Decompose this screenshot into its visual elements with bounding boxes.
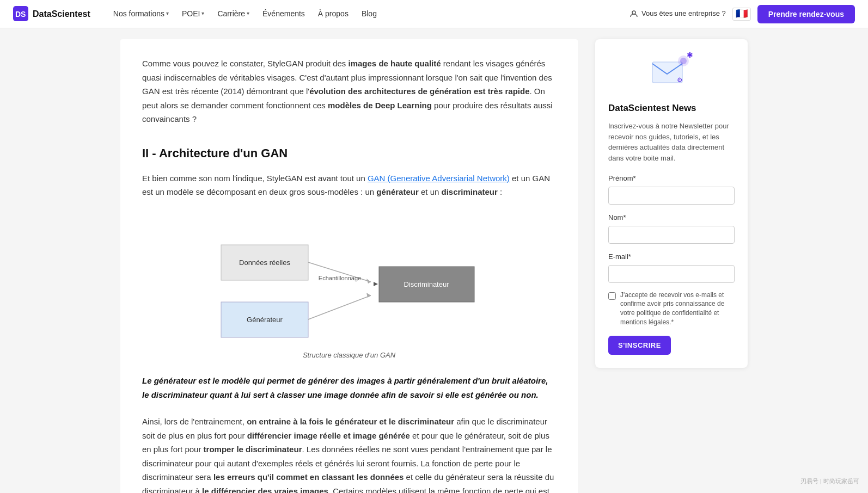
watermark: 刃易号 | 时尚玩家岳可 [800, 477, 859, 486]
diagram-wrapper: Données réelles Générateur Discriminateu… [142, 212, 556, 361]
email-input[interactable] [608, 265, 735, 283]
svg-text:Discriminateur: Discriminateur [404, 280, 449, 288]
svg-text:Echantillonnage: Echantillonnage [319, 275, 361, 281]
enterprise-link[interactable]: Vous êtes une entreprise ? [629, 8, 726, 20]
chevron-down-icon: ▾ [247, 9, 249, 18]
section2-paragraph: Et bien comme son nom l'indique, StyleGA… [142, 171, 556, 199]
navbar: DS DataScientest Nos formations ▾ POEI ▾… [0, 0, 868, 28]
consent-label: J'accepte de recevoir vos e-mails et con… [620, 291, 735, 327]
newsletter-icon: ✱ ⚙ [650, 52, 693, 90]
svg-marker-14 [374, 282, 378, 286]
svg-text:✱: ✱ [687, 52, 693, 59]
navbar-left: DS DataScientest Nos formations ▾ POEI ▾… [13, 4, 382, 23]
last-paragraph: Ainsi, lors de l'entrainement, on entrai… [142, 415, 556, 493]
nom-label: Nom* [608, 212, 735, 224]
nom-input[interactable] [608, 226, 735, 244]
email-label: E-mail* [608, 251, 735, 263]
language-flag-button[interactable]: 🇫🇷 [732, 8, 751, 21]
main-content: Comme vous pouvez le constater, StyleGAN… [120, 39, 578, 493]
svg-point-17 [680, 58, 687, 64]
nav-item-evenements[interactable]: Événements [257, 4, 310, 23]
diagram-caption: Structure classique d'un GAN [142, 350, 556, 361]
gan-diagram: Données réelles Générateur Discriminateu… [205, 212, 493, 347]
nav-links: Nos formations ▾ POEI ▾ Carrière ▾ Événe… [108, 4, 382, 23]
subscribe-button[interactable]: S'INSCRIRE [608, 336, 671, 355]
newsletter-icon-area: ✱ ⚙ [608, 52, 735, 94]
nav-item-poei[interactable]: POEI ▾ [176, 4, 210, 23]
svg-line-11 [308, 295, 371, 319]
chevron-down-icon: ▾ [166, 9, 169, 18]
logo-area[interactable]: DS DataScientest [13, 6, 90, 21]
svg-text:⚙: ⚙ [677, 76, 683, 84]
gan-link[interactable]: GAN (Generative Adversiarial Network) [368, 174, 510, 183]
prenom-label: Prénom* [608, 173, 735, 184]
newsletter-card: ✱ ⚙ DataScientest News Inscrivez-vous à … [595, 39, 748, 368]
svg-text:Générateur: Générateur [247, 316, 283, 324]
prenom-input[interactable] [608, 187, 735, 205]
logo-icon: DS [13, 6, 28, 21]
nav-item-carriere[interactable]: Carrière ▾ [212, 4, 255, 23]
email-group: E-mail* [608, 251, 735, 283]
nav-item-blog[interactable]: Blog [356, 4, 382, 23]
section2-title: II - Architecture d'un GAN [142, 144, 556, 163]
chevron-down-icon: ▾ [201, 9, 204, 18]
consent-row: J'accepte de recevoir vos e-mails et con… [608, 291, 735, 327]
logo-text: DataScientest [33, 7, 90, 21]
newsletter-title: DataScientest News [608, 101, 735, 115]
svg-text:DS: DS [15, 10, 26, 19]
prenom-group: Prénom* [608, 173, 735, 205]
enterprise-icon [629, 9, 638, 18]
nav-item-formations[interactable]: Nos formations ▾ [108, 4, 174, 23]
nom-group: Nom* [608, 212, 735, 244]
svg-text:Données réelles: Données réelles [239, 258, 290, 267]
svg-point-2 [632, 11, 635, 14]
consent-checkbox[interactable] [608, 292, 616, 300]
page-wrapper: Comme vous pouvez le constater, StyleGAN… [107, 0, 761, 493]
sidebar: ✱ ⚙ DataScientest News Inscrivez-vous à … [595, 39, 748, 368]
navbar-right: Vous êtes une entreprise ? 🇫🇷 Prendre re… [629, 5, 855, 23]
newsletter-desc: Inscrivez-vous à notre Newsletter pour r… [608, 121, 735, 163]
intro-paragraph: Comme vous pouvez le constater, StyleGAN… [142, 57, 556, 126]
cta-button[interactable]: Prendre rendez-vous [757, 5, 855, 23]
nav-item-apropos[interactable]: À propos [313, 4, 354, 23]
blockquote-paragraph: Le générateur est le modèle qui permet d… [142, 374, 556, 402]
